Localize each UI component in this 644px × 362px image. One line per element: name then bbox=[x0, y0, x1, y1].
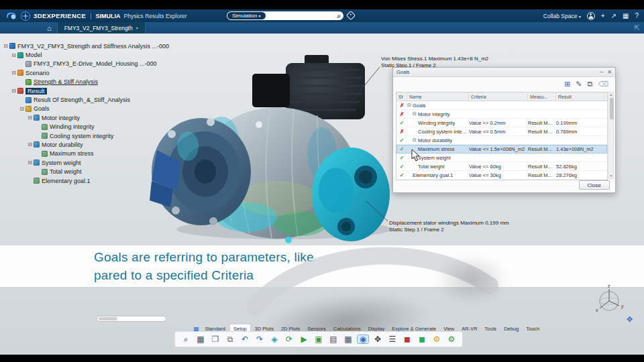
report-icon[interactable]: ▤ bbox=[328, 335, 339, 343]
search-bar[interactable]: Simulation ▾ ⌕ bbox=[227, 11, 343, 20]
tree-toggle-icon[interactable] bbox=[27, 160, 33, 166]
add-icon[interactable]: + bbox=[601, 13, 605, 19]
timeline-scrollbar-thumb[interactable] bbox=[99, 317, 117, 320]
tag-icon[interactable] bbox=[346, 11, 356, 20]
column-header-status[interactable]: St bbox=[396, 93, 407, 101]
export-display-icon[interactable]: ▣ bbox=[313, 335, 324, 343]
ribbon-tab[interactable]: Tools bbox=[482, 324, 500, 333]
table-icon[interactable]: ▦ bbox=[343, 335, 354, 343]
compass-icon[interactable] bbox=[21, 11, 30, 21]
update-icon[interactable]: ⟳ bbox=[284, 335, 294, 343]
mesh-green-icon[interactable]: ◼ bbox=[417, 335, 427, 343]
panel-close-icon[interactable]: ✕ bbox=[607, 69, 612, 75]
share-icon[interactable]: ↗ bbox=[611, 13, 616, 19]
tree-toggle-icon[interactable] bbox=[27, 141, 33, 147]
tree-toggle-icon[interactable] bbox=[11, 52, 17, 58]
undo-icon[interactable]: ↶ bbox=[239, 335, 250, 343]
tree-item[interactable]: Goals bbox=[3, 105, 170, 113]
scrollbar-thumb[interactable] bbox=[610, 98, 614, 119]
column-header-measure[interactable]: Measu... bbox=[528, 93, 556, 101]
tree-item[interactable]: Result Of Strength_&_Stiff_Analysis bbox=[3, 95, 170, 104]
view-box-icon[interactable]: ▦ bbox=[195, 335, 206, 343]
close-button[interactable]: Close bbox=[579, 180, 610, 190]
goal-row[interactable]: Elementary goal.1 Value <= 30kg Result M… bbox=[396, 171, 607, 180]
redo-icon[interactable]: ↷ bbox=[254, 335, 265, 343]
apps-grid-icon[interactable]: ▦ bbox=[623, 13, 629, 19]
tree-node-icon bbox=[42, 169, 48, 175]
play-results-icon[interactable]: ▶ bbox=[299, 335, 309, 343]
sensor-probe-icon[interactable]: ◉ bbox=[358, 335, 368, 343]
tree-item[interactable]: Winding integrity bbox=[3, 123, 170, 131]
search-scope-dropdown[interactable]: Simulation ▾ bbox=[227, 12, 266, 19]
mesh-red-icon[interactable]: ◼ bbox=[402, 335, 413, 343]
goal-row[interactable]: Motor durability bbox=[396, 136, 607, 145]
gear-green-icon[interactable]: ⚙ bbox=[446, 335, 457, 343]
tree-node-icon bbox=[42, 151, 48, 157]
tree-toggle-icon[interactable] bbox=[11, 88, 17, 94]
scroll-up-icon[interactable]: ▲ bbox=[609, 93, 613, 97]
goal-row[interactable]: System weight bbox=[396, 154, 607, 162]
scroll-down-icon[interactable]: ▼ bbox=[609, 174, 613, 178]
goal-group-toggle-icon[interactable] bbox=[413, 111, 418, 117]
tree-item[interactable]: Maximum stress bbox=[3, 149, 170, 158]
collab-space-dropdown[interactable]: Collab Space ▾ bbox=[543, 13, 581, 19]
delete-goal-icon[interactable]: ⌫ bbox=[598, 80, 608, 88]
timeline-scrollbar[interactable] bbox=[97, 316, 166, 322]
tree-item[interactable]: Motor integrity bbox=[3, 113, 170, 122]
tree-toggle-icon[interactable] bbox=[3, 43, 9, 49]
tree-item[interactable]: Total weight bbox=[3, 167, 170, 176]
edit-goal-icon[interactable]: ✎ bbox=[576, 80, 582, 88]
goal-row[interactable]: Motor integrity bbox=[396, 110, 607, 119]
goal-group-toggle-icon[interactable] bbox=[407, 103, 413, 108]
column-header-result[interactable]: Result bbox=[556, 93, 604, 101]
3d-model-motor[interactable] bbox=[146, 39, 415, 247]
compare-icon[interactable]: ◈ bbox=[269, 335, 280, 343]
tree-item[interactable]: Strength & Stiff Analysis bbox=[3, 78, 170, 86]
annotation-line: Static Step.1 / Frame 2 bbox=[389, 227, 509, 233]
tree-item[interactable]: Scenario bbox=[3, 68, 170, 77]
goal-row[interactable]: Total weight Value <= 60kg Result M... 5… bbox=[396, 162, 607, 171]
transform-icon[interactable]: ✥ bbox=[372, 335, 383, 343]
add-goal-icon[interactable]: ⊞ bbox=[564, 80, 570, 88]
list-icon[interactable]: ☰ bbox=[387, 335, 398, 343]
view-compass-gizmo[interactable]: z x y bbox=[590, 283, 628, 320]
goal-row[interactable]: Goals bbox=[396, 101, 607, 110]
column-header-name[interactable]: Name bbox=[407, 93, 469, 101]
document-tab[interactable]: FMY3_V2_FMY3_Strength ▾ bbox=[57, 22, 146, 34]
ribbon-tab[interactable]: Touch bbox=[523, 324, 543, 333]
viewport[interactable]: Von Mises Stress.1 Maximum 1.43e+8 N_m2 … bbox=[0, 34, 644, 355]
duplicate-goal-icon[interactable]: ⧉ bbox=[588, 80, 593, 88]
tree-toggle-icon[interactable] bbox=[19, 106, 25, 112]
tree-item[interactable]: FMY3_V2_FMY3_Strength and Stiffness Anal… bbox=[3, 42, 170, 50]
tree-item[interactable]: Cooling system integrity bbox=[3, 131, 170, 140]
goal-row[interactable]: Cooling system integrity Value <= 0.5mm … bbox=[396, 127, 607, 136]
panel-minimize-icon[interactable]: ─ bbox=[600, 69, 604, 75]
goal-row[interactable]: Maximum stress Value <= 1.5e+008N_m2 Res… bbox=[396, 145, 607, 154]
gear-yellow-icon[interactable]: ⚙ bbox=[431, 335, 442, 343]
goal-group-toggle-icon[interactable] bbox=[413, 137, 418, 143]
tree-item[interactable]: Model bbox=[3, 50, 170, 59]
tree-toggle-icon[interactable] bbox=[11, 70, 17, 76]
ribbon-tab[interactable]: Debug bbox=[500, 324, 522, 333]
user-avatar-icon[interactable] bbox=[587, 12, 595, 20]
goals-panel-titlebar[interactable]: Goals ─ ✕ bbox=[393, 68, 615, 77]
fullscreen-icon[interactable]: ⇱ bbox=[635, 24, 640, 32]
tree-item-label: Maximum stress bbox=[50, 150, 94, 157]
goals-table-scrollbar[interactable]: ▲ ▼ bbox=[608, 92, 614, 179]
paste-icon[interactable]: ❐ bbox=[210, 335, 221, 343]
search-icon[interactable]: ⌕ bbox=[337, 12, 341, 20]
tree-item[interactable]: FMY3_FMY3_E-Drive_Model_Housing ...-000 bbox=[3, 60, 170, 68]
3ds-logo-icon[interactable] bbox=[5, 11, 17, 20]
goal-row[interactable]: Winding integrity Value <= 0.2mm Result … bbox=[396, 119, 607, 127]
tree-item[interactable]: Elementary goal.1 bbox=[3, 176, 170, 185]
tree-item[interactable]: System weight bbox=[3, 158, 170, 167]
copy-icon[interactable]: ⧉ bbox=[225, 335, 235, 343]
help-icon[interactable]: ? bbox=[635, 13, 639, 19]
tree-toggle-icon[interactable] bbox=[27, 115, 33, 121]
home-icon[interactable]: ⌂ bbox=[47, 24, 52, 32]
tree-item[interactable]: Result bbox=[3, 86, 170, 95]
tree-item[interactable]: Motor durability bbox=[3, 140, 170, 149]
column-header-criteria[interactable]: Criteria bbox=[469, 93, 528, 101]
pan-icon[interactable]: ✥ bbox=[627, 315, 633, 324]
zoom-icon[interactable]: ⌕ bbox=[180, 335, 191, 343]
